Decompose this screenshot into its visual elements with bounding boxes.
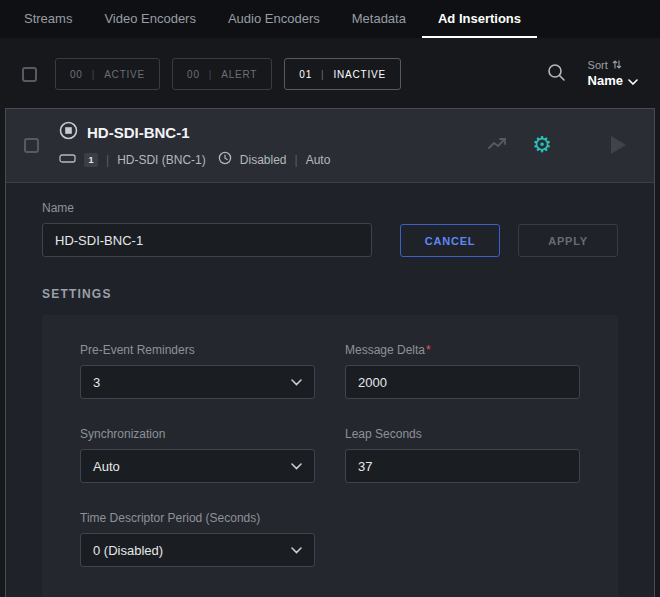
port-label: HD-SDI (BNC-1) bbox=[117, 153, 206, 167]
cancel-button[interactable]: CANCEL bbox=[400, 224, 500, 257]
tab-ad-insertions[interactable]: Ad Insertions bbox=[422, 0, 537, 38]
name-input[interactable] bbox=[42, 223, 372, 257]
pre-event-reminders-field: Pre-Event Reminders 3 bbox=[80, 343, 315, 399]
status-text: Disabled bbox=[240, 153, 287, 167]
tab-metadata[interactable]: Metadata bbox=[336, 0, 422, 38]
filter-alert-label: ALERT bbox=[221, 69, 257, 80]
name-label: Name bbox=[42, 201, 372, 215]
gear-icon: ⚙ bbox=[532, 134, 552, 156]
port-number-badge: 1 bbox=[84, 153, 98, 167]
schedule-clock-icon bbox=[218, 151, 232, 168]
filter-active-count: 00 bbox=[70, 69, 83, 80]
filter-inactive-label: INACTIVE bbox=[333, 69, 386, 80]
tab-streams[interactable]: Streams bbox=[8, 0, 88, 38]
time-descriptor-period-select[interactable]: 0 (Disabled) bbox=[80, 533, 315, 567]
leap-seconds-field: Leap Seconds bbox=[345, 427, 580, 483]
chart-icon bbox=[487, 134, 509, 156]
filter-inactive-count: 01 bbox=[299, 69, 312, 80]
encoder-meta: 1 | HD-SDI (BNC-1) Disabled | Auto bbox=[59, 151, 330, 168]
statistics-button[interactable] bbox=[481, 130, 515, 160]
encoder-settings-form: Name CANCEL APPLY SETTINGS Pre-Event Rem… bbox=[6, 183, 654, 597]
message-delta-input[interactable] bbox=[345, 365, 580, 399]
tab-video-encoders[interactable]: Video Encoders bbox=[88, 0, 212, 38]
synchronization-field: Synchronization Auto bbox=[80, 427, 315, 483]
synchronization-label: Synchronization bbox=[80, 427, 315, 441]
encoder-card-header: HD-SDI-BNC-1 1 | HD-SDI (BNC-1) Dis bbox=[6, 109, 654, 183]
chevron-down-icon bbox=[291, 547, 302, 554]
leap-seconds-label: Leap Seconds bbox=[345, 427, 580, 441]
required-asterisk: * bbox=[426, 343, 431, 357]
chevron-down-icon bbox=[628, 73, 638, 89]
search-icon bbox=[547, 63, 566, 86]
sort-control[interactable]: Sort Name bbox=[588, 59, 638, 90]
sdi-port-icon bbox=[59, 153, 76, 167]
filter-active-label: ACTIVE bbox=[104, 69, 145, 80]
record-stop-icon bbox=[59, 121, 78, 144]
sort-arrows-icon bbox=[612, 59, 622, 74]
encoder-card: HD-SDI-BNC-1 1 | HD-SDI (BNC-1) Dis bbox=[5, 108, 655, 597]
select-all-checkbox[interactable] bbox=[22, 67, 37, 82]
filter-active-button[interactable]: 00 | ACTIVE bbox=[55, 58, 160, 90]
synchronization-select[interactable]: Auto bbox=[80, 449, 315, 483]
message-delta-label: Message Delta* bbox=[345, 343, 580, 357]
sort-label: Sort bbox=[588, 59, 608, 73]
mode-text: Auto bbox=[306, 153, 331, 167]
message-delta-field: Message Delta* bbox=[345, 343, 580, 399]
time-descriptor-period-label: Time Descriptor Period (Seconds) bbox=[80, 511, 315, 525]
encoder-title: HD-SDI-BNC-1 bbox=[87, 124, 190, 141]
row-checkbox[interactable] bbox=[24, 138, 39, 153]
status-filters: 00 | ACTIVE 00 | ALERT 01 | INACTIVE bbox=[55, 58, 401, 90]
leap-seconds-input[interactable] bbox=[345, 449, 580, 483]
settings-panel: Pre-Event Reminders 3 Message Delta* S bbox=[42, 315, 618, 597]
top-navigation: Streams Video Encoders Audio Encoders Me… bbox=[0, 0, 660, 38]
play-button[interactable] bbox=[611, 136, 626, 154]
tab-audio-encoders[interactable]: Audio Encoders bbox=[212, 0, 336, 38]
settings-button[interactable]: ⚙ bbox=[525, 130, 559, 160]
pre-event-reminders-label: Pre-Event Reminders bbox=[80, 343, 315, 357]
search-button[interactable] bbox=[547, 63, 566, 86]
filter-inactive-button[interactable]: 01 | INACTIVE bbox=[284, 58, 401, 90]
chevron-down-icon bbox=[291, 463, 302, 470]
pre-event-reminders-select[interactable]: 3 bbox=[80, 365, 315, 399]
list-toolbar: 00 | ACTIVE 00 | ALERT 01 | INACTIVE bbox=[0, 54, 660, 94]
filter-alert-button[interactable]: 00 | ALERT bbox=[172, 58, 272, 90]
settings-section-title: SETTINGS bbox=[42, 287, 618, 301]
time-descriptor-period-field: Time Descriptor Period (Seconds) 0 (Disa… bbox=[80, 511, 315, 567]
chevron-down-icon bbox=[291, 379, 302, 386]
apply-button[interactable]: APPLY bbox=[518, 224, 618, 257]
sort-value: Name bbox=[588, 73, 623, 89]
filter-alert-count: 00 bbox=[187, 69, 200, 80]
